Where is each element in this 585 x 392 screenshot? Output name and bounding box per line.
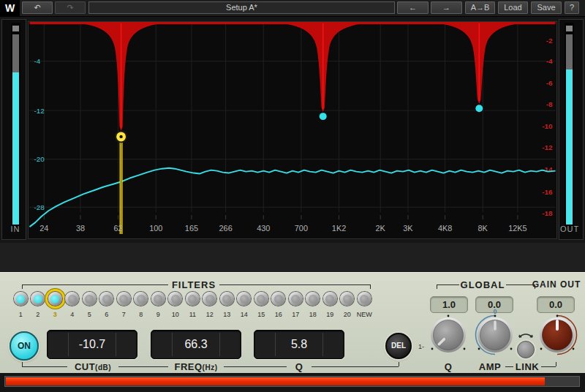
filter-dot-core xyxy=(360,295,369,304)
global-amp-knob[interactable] xyxy=(474,314,516,356)
filter-dot-1[interactable] xyxy=(14,292,28,306)
next-setup-button[interactable]: → xyxy=(431,1,462,14)
gain-bracket-corner xyxy=(556,362,556,366)
waves-logo-icon[interactable]: W xyxy=(0,0,20,16)
filter-dot-core xyxy=(68,295,77,304)
db-axis-label-right: -16 xyxy=(542,188,553,196)
db-axis-label-left: -4 xyxy=(34,57,40,65)
help-button[interactable]: ? xyxy=(565,1,579,14)
a-to-b-button[interactable]: A→B xyxy=(465,1,495,14)
filter-on-button[interactable]: ON xyxy=(10,331,39,361)
freq-value-display[interactable]: 66.3 xyxy=(151,330,241,359)
global-bracket-line xyxy=(437,284,459,285)
global-q-label: Q xyxy=(437,361,459,372)
freq-axis-label: 266 xyxy=(219,224,233,233)
filter-delete-button[interactable]: DEL xyxy=(385,333,412,359)
filter-dot-label: 8 xyxy=(133,311,149,318)
controls-bracket-line xyxy=(312,366,399,367)
undo-button[interactable]: ↶ xyxy=(22,1,53,14)
q-label: Q xyxy=(287,361,312,372)
freq-axis-label: 24 xyxy=(39,224,48,233)
filter-dot-18[interactable] xyxy=(306,292,320,306)
filter-frequency-dot[interactable] xyxy=(475,105,483,112)
filter-dot-7[interactable] xyxy=(117,292,131,306)
frequency-analyzer-graph[interactable]: -2-4-6-8-10-12-14-16-18-4-12-20-28243862… xyxy=(28,21,557,239)
link-arrows-icon xyxy=(516,330,535,339)
db-axis-label-right: -12 xyxy=(542,143,553,151)
q-value-display[interactable]: 5.8 xyxy=(254,330,344,359)
filter-dot-label: 6 xyxy=(99,311,115,318)
filter-dot-14[interactable] xyxy=(237,292,251,306)
filter-dot-label: 14 xyxy=(236,311,252,318)
gain-out-display[interactable]: 0.0 xyxy=(537,296,575,313)
db-axis-label-right: -4 xyxy=(546,57,553,65)
filter-dot-8[interactable] xyxy=(134,292,148,306)
filter-dot-core xyxy=(274,295,283,304)
title-bar: W ↶ ↷ Setup A* ← → A→B Load Save ? xyxy=(0,0,585,17)
filter-dot-core xyxy=(205,295,214,304)
filter-dot-10[interactable] xyxy=(168,292,182,306)
filter-dot-label: 3 xyxy=(47,311,63,318)
filter-dot-17[interactable] xyxy=(289,292,303,306)
gain-out-title: GAIN OUT xyxy=(530,279,583,290)
filter-dot-label: 20 xyxy=(339,311,355,318)
filter-dot-11[interactable] xyxy=(186,292,200,306)
filter-dot-core xyxy=(188,295,197,304)
filter-dot-core xyxy=(309,295,317,304)
freq-label: FREQ(Hz) xyxy=(168,361,224,372)
redo-button[interactable]: ↷ xyxy=(55,1,86,14)
filter-dot-label: 11 xyxy=(184,311,200,318)
filter-frequency-dot[interactable] xyxy=(320,113,327,120)
db-axis-label-right: -14 xyxy=(542,165,553,173)
output-peak-indicator xyxy=(566,26,573,31)
filter-dot-3[interactable] xyxy=(48,292,62,306)
controls-bracket-line xyxy=(22,366,67,367)
db-axis-label-right: -6 xyxy=(546,79,553,87)
filter-dot-6[interactable] xyxy=(99,292,113,306)
filter-dot-new[interactable] xyxy=(358,292,371,306)
db-axis-label-right: -2 xyxy=(546,37,553,45)
filter-dot-label: 13 xyxy=(219,311,235,318)
filter-dot-12[interactable] xyxy=(203,292,216,306)
filter-dot-4[interactable] xyxy=(65,292,79,306)
input-meter xyxy=(11,23,20,227)
filters-bracket-corner-right xyxy=(370,284,371,289)
gain-bracket-line xyxy=(541,366,556,367)
db-axis-label-left: -28 xyxy=(34,203,45,211)
gain-out-knob[interactable] xyxy=(536,314,578,356)
selected-filter-marker-center xyxy=(119,135,122,138)
save-button[interactable]: Save xyxy=(531,1,562,14)
filter-dot-core xyxy=(291,295,300,304)
filter-dot-label: 4 xyxy=(64,311,80,318)
filter-dot-5[interactable] xyxy=(83,292,97,306)
filter-dot-19[interactable] xyxy=(323,292,337,306)
filters-bracket-line xyxy=(219,284,371,285)
filter-dot-core xyxy=(171,295,180,304)
filters-bracket-corner-left xyxy=(22,284,23,289)
filter-dot-9[interactable] xyxy=(151,292,165,306)
global-amp-label: AMP xyxy=(475,361,505,372)
output-meter-label: OUT xyxy=(557,225,582,233)
filter-dot-16[interactable] xyxy=(271,292,285,306)
freq-axis-label: 165 xyxy=(185,224,198,233)
filter-dot-13[interactable] xyxy=(220,292,234,306)
global-labels-line xyxy=(505,366,513,367)
link-button[interactable] xyxy=(517,341,535,358)
cut-value-display[interactable]: -10.7 xyxy=(47,330,137,359)
global-q-knob[interactable] xyxy=(427,314,469,356)
q-min-tick-label: 1- xyxy=(418,343,424,350)
filter-dot-2[interactable] xyxy=(31,292,45,306)
filter-dot-label: NEW xyxy=(356,311,372,318)
load-button[interactable]: Load xyxy=(498,1,528,14)
mode-row: SENSE LOW HIGH SETUP ADD RESET X-FDBK < … xyxy=(0,243,585,272)
filter-dot-label: 18 xyxy=(305,311,321,318)
filter-dot-label: 1 xyxy=(12,311,29,318)
setup-name-field[interactable]: Setup A* xyxy=(88,1,395,14)
global-q-display[interactable]: 1.0 xyxy=(430,296,468,313)
filter-dot-15[interactable] xyxy=(254,292,268,306)
freq-axis-label: 38 xyxy=(76,224,85,233)
freq-axis-label: 3K xyxy=(403,224,413,233)
prev-setup-button[interactable]: ← xyxy=(397,1,429,14)
filter-dot-20[interactable] xyxy=(340,292,354,306)
filter-dot-label: 7 xyxy=(116,311,132,318)
